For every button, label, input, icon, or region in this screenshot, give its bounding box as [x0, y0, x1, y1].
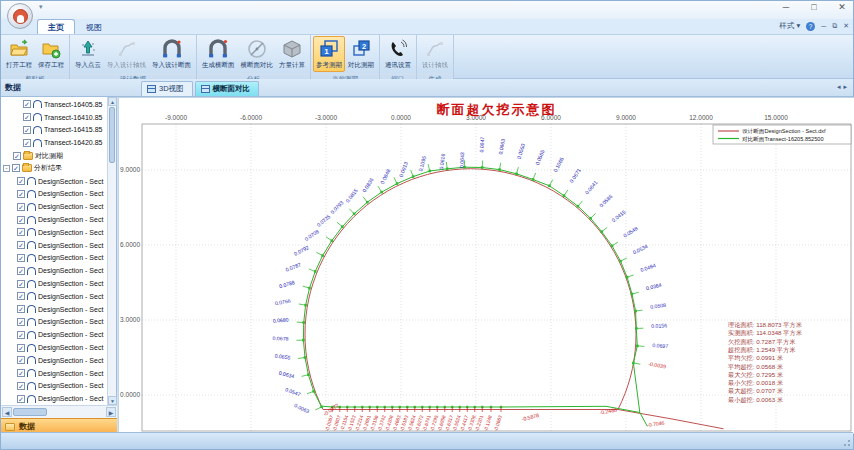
tree-item-对比测期[interactable]: ✓对比测期: [1, 149, 107, 162]
ribbon-button-打开工程[interactable]: 打开工程: [3, 36, 35, 72]
ribbon-tab-0[interactable]: 主页: [37, 19, 75, 34]
tree-checkbox[interactable]: ✓: [17, 280, 25, 288]
close-button[interactable]: ✕: [835, 2, 849, 12]
ribbon-button-label: 横断面对比: [241, 61, 274, 70]
scroll-up-icon[interactable]: ▲: [108, 97, 117, 106]
tree-item-Transect-16405.85[interactable]: ✓Transect-16405.85: [1, 98, 107, 111]
tree-checkbox[interactable]: ✓: [17, 344, 25, 352]
tree-checkbox[interactable]: ✓: [17, 190, 25, 198]
tree-item-DesignSection - Sect[interactable]: ✓DesignSection - Sect: [1, 175, 107, 188]
tree-checkbox[interactable]: ✓: [17, 177, 25, 185]
ribbon-button-导入点云[interactable]: 导入点云: [72, 36, 104, 72]
maximize-button[interactable]: □: [807, 2, 821, 12]
tree-item-DesignSection - Sect[interactable]: ✓DesignSection - Sect: [1, 328, 107, 341]
style-dropdown[interactable]: 样式 ▾: [779, 21, 800, 31]
vscroll-thumb[interactable]: [109, 107, 115, 163]
tree-item-DesignSection - Sect[interactable]: ✓DesignSection - Sect: [1, 200, 107, 213]
tree-item-DesignSection - Sect[interactable]: ✓DesignSection - Sect: [1, 213, 107, 226]
tree-checkbox[interactable]: ✓: [23, 126, 31, 134]
tree-checkbox[interactable]: ✓: [17, 395, 25, 403]
measure-tick: [394, 177, 397, 183]
scroll-down-icon[interactable]: ▼: [108, 396, 117, 405]
tree-checkbox[interactable]: ✓: [17, 292, 25, 300]
ribbon-button-label: 导入点云: [75, 61, 101, 70]
stat-line: 最大超挖: 0.0707 米: [728, 387, 784, 395]
tree-checkbox[interactable]: ✓: [17, 369, 25, 377]
tree-checkbox[interactable]: ✓: [13, 152, 21, 160]
hscroll-thumb[interactable]: [13, 408, 47, 416]
ribbon-tab-1[interactable]: 视图: [75, 19, 113, 34]
scroll-right-icon[interactable]: ▶: [106, 407, 116, 417]
ribbon-button-生成横断面[interactable]: 生成横断面: [199, 36, 238, 72]
tree-checkbox[interactable]: ✓: [17, 254, 25, 262]
tree-item-DesignSection - Sect[interactable]: ✓DesignSection - Sect: [1, 341, 107, 354]
measure-value-label: 0.0678: [273, 335, 289, 342]
tree-item-DesignSection - Sect[interactable]: ✓DesignSection - Sect: [1, 316, 107, 329]
tab-scroll-right-icon[interactable]: ▸: [843, 83, 850, 90]
app-menu-button[interactable]: [7, 3, 33, 29]
tree-checkbox[interactable]: ✓: [17, 356, 25, 364]
tree-item-DesignSection - Sect[interactable]: ✓DesignSection - Sect: [1, 367, 107, 380]
ribbon-button-导入设计轴线[interactable]: 导入设计轴线: [104, 36, 149, 72]
tree-item-DesignSection - Sect[interactable]: ✓DesignSection - Sect: [1, 392, 107, 405]
tree-checkbox[interactable]: ✓: [17, 228, 25, 236]
measure-value-label: 0.0548: [622, 225, 639, 239]
tree-checkbox[interactable]: ✓: [17, 267, 25, 275]
tree-checkbox[interactable]: ✓: [17, 305, 25, 313]
tree-vertical-scrollbar[interactable]: ▲ ▼: [107, 97, 116, 405]
tree-item-DesignSection - Sect[interactable]: ✓DesignSection - Sect: [1, 277, 107, 290]
mdi-close-button[interactable]: ✕: [843, 22, 849, 30]
tree-checkbox[interactable]: ✓: [12, 164, 20, 172]
tree-item-DesignSection - Sect[interactable]: ✓DesignSection - Sect: [1, 380, 107, 393]
cross-section-chart: -9.0000-6.0000-3.00000.00003.00006.00009…: [119, 98, 854, 433]
doc-tab-1[interactable]: 横断面对比: [195, 81, 260, 96]
tree-item-DesignSection - Sect[interactable]: ✓DesignSection - Sect: [1, 264, 107, 277]
measure-value-label: 0.1065: [552, 156, 565, 173]
tree-checkbox[interactable]: ✓: [17, 241, 25, 249]
tree-checkbox[interactable]: ✓: [23, 139, 31, 147]
scroll-left-icon[interactable]: ◀: [2, 407, 12, 417]
tunnel-section-icon: [27, 305, 36, 313]
tree-checkbox[interactable]: ✓: [17, 382, 25, 390]
resize-grip[interactable]: [841, 437, 851, 447]
comm-settings-icon: [387, 38, 409, 60]
tree-checkbox[interactable]: ✓: [23, 113, 31, 121]
y-tick-label: 0.0000: [120, 391, 140, 398]
ribbon-button-参考测期[interactable]: 1参考测期: [313, 36, 345, 72]
tree-checkbox[interactable]: ✓: [17, 331, 25, 339]
section-compare-view[interactable]: -9.0000-6.0000-3.00000.00003.00006.00009…: [118, 97, 854, 434]
tree-item-DesignSection - Sect[interactable]: ✓DesignSection - Sect: [1, 188, 107, 201]
tree-item-Transect-16420.85[interactable]: ✓Transect-16420.85: [1, 136, 107, 149]
tree-item-DesignSection - Sect[interactable]: ✓DesignSection - Sect: [1, 303, 107, 316]
tree-item-分析结果[interactable]: -✓分析结果: [1, 162, 107, 175]
tree-item-DesignSection - Sect[interactable]: ✓DesignSection - Sect: [1, 290, 107, 303]
tree-item-Transect-16415.85[interactable]: ✓Transect-16415.85: [1, 124, 107, 137]
mdi-restore-button[interactable]: ⧉: [832, 22, 837, 30]
mdi-minimize-button[interactable]: ─: [821, 23, 826, 30]
tree-item-DesignSection - Sect[interactable]: ✓DesignSection - Sect: [1, 239, 107, 252]
tree-checkbox[interactable]: ✓: [23, 100, 31, 108]
doc-tab-0[interactable]: 3D视图: [141, 81, 193, 96]
tree-checkbox[interactable]: ✓: [17, 216, 25, 224]
expander-icon[interactable]: -: [3, 165, 10, 172]
tree-item-Transect-16410.85[interactable]: ✓Transect-16410.85: [1, 111, 107, 124]
tree-item-DesignSection - Sect[interactable]: ✓DesignSection - Sect: [1, 354, 107, 367]
ribbon-button-通讯设置[interactable]: 通讯设置: [382, 36, 414, 72]
stat-line: 平均欠挖: 0.0991 米: [727, 354, 784, 362]
tree-item-DesignSection - Sect[interactable]: ✓DesignSection - Sect: [1, 226, 107, 239]
main-area: ✓Transect-16405.85✓Transect-16410.85✓Tra…: [1, 97, 853, 434]
tree-checkbox[interactable]: ✓: [17, 203, 25, 211]
ribbon-button-保存工程[interactable]: 保存工程: [35, 36, 67, 72]
minimize-button[interactable]: ─: [779, 2, 793, 12]
tree-horizontal-scrollbar[interactable]: ◀ ▶: [1, 405, 117, 418]
ribbon-button-导入设计断面[interactable]: 导入设计断面: [149, 36, 194, 72]
ribbon-button-横断面对比[interactable]: 横断面对比: [238, 36, 277, 72]
ribbon-button-设计轴线[interactable]: 设计轴线: [419, 36, 451, 72]
help-icon[interactable]: ?: [806, 22, 815, 31]
ribbon-button-方量计算[interactable]: 方量计算: [276, 36, 308, 72]
quick-access-caret-icon[interactable]: ▾: [39, 3, 43, 11]
ribbon-button-对比测期[interactable]: 2对比测期: [345, 36, 377, 72]
tree-item-DesignSection - Sect[interactable]: ✓DesignSection - Sect: [1, 252, 107, 265]
ribbon-group-3: 1参考测期2对比测期当前测期: [311, 35, 380, 78]
tree-checkbox[interactable]: ✓: [17, 318, 25, 326]
